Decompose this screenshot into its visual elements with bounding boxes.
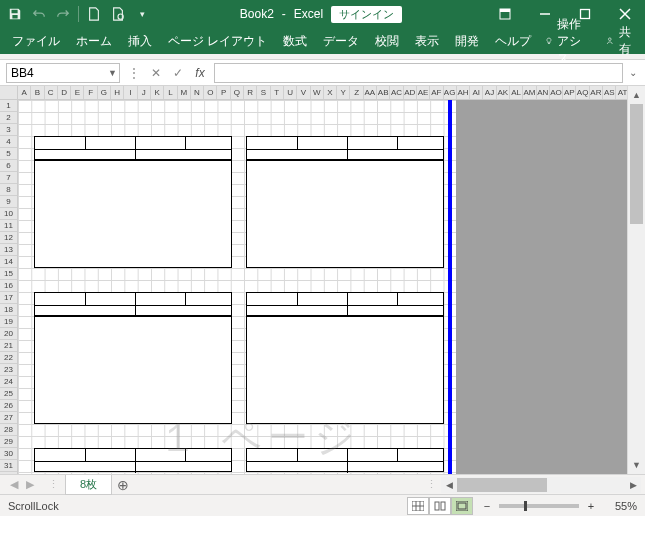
sheet-nav-more-icon[interactable]: ⋮ bbox=[44, 478, 63, 491]
sign-in-button[interactable]: サインイン bbox=[331, 6, 402, 23]
row-header[interactable]: 9 bbox=[0, 196, 17, 208]
undo-icon[interactable] bbox=[28, 3, 50, 25]
row-header[interactable]: 6 bbox=[0, 160, 17, 172]
vertical-scrollbar[interactable]: ▲ ▼ bbox=[627, 86, 645, 474]
formula-input[interactable] bbox=[214, 63, 623, 83]
column-header[interactable]: AL bbox=[510, 86, 523, 99]
row-header[interactable]: 11 bbox=[0, 220, 17, 232]
share-button[interactable]: 共有 bbox=[599, 24, 641, 58]
tell-me-button[interactable]: 操作アシス bbox=[539, 16, 597, 67]
name-box-dropdown-icon[interactable]: ▼ bbox=[108, 68, 117, 78]
column-header[interactable]: A bbox=[18, 86, 31, 99]
name-box[interactable]: BB4 ▼ bbox=[6, 63, 120, 83]
page-break-view-icon[interactable] bbox=[451, 497, 473, 515]
column-header[interactable]: AT bbox=[616, 86, 627, 99]
column-header[interactable]: AG bbox=[444, 86, 457, 99]
column-header[interactable]: AF bbox=[430, 86, 443, 99]
zoom-out-icon[interactable]: − bbox=[481, 500, 493, 512]
ribbon-display-icon[interactable] bbox=[485, 0, 525, 28]
row-header[interactable]: 2 bbox=[0, 112, 17, 124]
enter-icon[interactable]: ✓ bbox=[168, 63, 188, 83]
column-header[interactable]: W bbox=[311, 86, 324, 99]
scroll-down-icon[interactable]: ▼ bbox=[628, 456, 645, 474]
sheet-nav-next-icon[interactable]: ▶ bbox=[26, 478, 34, 491]
row-header[interactable]: 26 bbox=[0, 400, 17, 412]
row-headers[interactable]: 1234567891011121314151617181920212223242… bbox=[0, 100, 18, 474]
column-header[interactable]: AM bbox=[523, 86, 536, 99]
column-header[interactable]: G bbox=[98, 86, 111, 99]
column-header[interactable]: E bbox=[71, 86, 84, 99]
column-header[interactable]: D bbox=[58, 86, 71, 99]
zoom-in-icon[interactable]: + bbox=[585, 500, 597, 512]
page-break-line[interactable] bbox=[448, 100, 452, 474]
row-header[interactable]: 25 bbox=[0, 388, 17, 400]
row-header[interactable]: 16 bbox=[0, 280, 17, 292]
column-header[interactable]: Y bbox=[337, 86, 350, 99]
column-header[interactable]: AS bbox=[603, 86, 616, 99]
vscroll-track[interactable] bbox=[630, 104, 643, 456]
print-preview-icon[interactable] bbox=[107, 3, 129, 25]
column-headers[interactable]: ABCDEFGHIJKLMNOPQRSTUVWXYZAAABACADAEAFAG… bbox=[18, 86, 627, 100]
row-header[interactable]: 17 bbox=[0, 292, 17, 304]
cell-grid[interactable]: １ ページ bbox=[18, 100, 627, 474]
column-header[interactable]: M bbox=[178, 86, 191, 99]
horizontal-scrollbar[interactable]: ◀ ▶ bbox=[441, 477, 641, 493]
tab-formulas[interactable]: 数式 bbox=[275, 29, 315, 54]
column-header[interactable]: Z bbox=[350, 86, 363, 99]
zoom-slider[interactable] bbox=[499, 504, 579, 508]
normal-view-icon[interactable] bbox=[407, 497, 429, 515]
row-header[interactable]: 23 bbox=[0, 364, 17, 376]
tab-page-layout[interactable]: ページ レイアウト bbox=[160, 29, 275, 54]
column-header[interactable]: H bbox=[111, 86, 124, 99]
expand-formula-bar-icon[interactable]: ⌄ bbox=[627, 67, 639, 78]
column-header[interactable]: AD bbox=[404, 86, 417, 99]
column-header[interactable]: AO bbox=[550, 86, 563, 99]
row-header[interactable]: 29 bbox=[0, 436, 17, 448]
row-header[interactable]: 12 bbox=[0, 232, 17, 244]
column-header[interactable]: AE bbox=[417, 86, 430, 99]
tab-home[interactable]: ホーム bbox=[68, 29, 120, 54]
scroll-up-icon[interactable]: ▲ bbox=[628, 86, 645, 104]
row-header[interactable]: 13 bbox=[0, 244, 17, 256]
tab-file[interactable]: ファイル bbox=[4, 29, 68, 54]
column-header[interactable]: P bbox=[217, 86, 230, 99]
row-header[interactable]: 22 bbox=[0, 352, 17, 364]
vscroll-thumb[interactable] bbox=[630, 104, 643, 224]
column-header[interactable]: L bbox=[164, 86, 177, 99]
tab-developer[interactable]: 開発 bbox=[447, 29, 487, 54]
column-header[interactable]: R bbox=[244, 86, 257, 99]
scroll-right-icon[interactable]: ▶ bbox=[625, 477, 641, 493]
zoom-thumb[interactable] bbox=[524, 501, 527, 511]
sheet-tab-active[interactable]: 8枚 bbox=[65, 475, 112, 495]
tab-view[interactable]: 表示 bbox=[407, 29, 447, 54]
column-header[interactable]: AB bbox=[377, 86, 390, 99]
column-header[interactable]: S bbox=[257, 86, 270, 99]
scroll-left-icon[interactable]: ◀ bbox=[441, 477, 457, 493]
row-header[interactable]: 28 bbox=[0, 424, 17, 436]
column-header[interactable]: T bbox=[271, 86, 284, 99]
row-header[interactable]: 14 bbox=[0, 256, 17, 268]
tab-insert[interactable]: 挿入 bbox=[120, 29, 160, 54]
column-header[interactable]: I bbox=[124, 86, 137, 99]
column-header[interactable]: AJ bbox=[483, 86, 496, 99]
row-header[interactable]: 31 bbox=[0, 460, 17, 472]
sheet-nav-prev-icon[interactable]: ◀ bbox=[10, 478, 18, 491]
column-header[interactable]: X bbox=[324, 86, 337, 99]
select-all-triangle[interactable] bbox=[0, 86, 18, 100]
row-header[interactable]: 20 bbox=[0, 328, 17, 340]
row-header[interactable]: 15 bbox=[0, 268, 17, 280]
row-header[interactable]: 19 bbox=[0, 316, 17, 328]
row-header[interactable]: 18 bbox=[0, 304, 17, 316]
row-header[interactable]: 3 bbox=[0, 124, 17, 136]
hscroll-more-icon[interactable]: ⋮ bbox=[422, 478, 441, 491]
column-header[interactable]: AC bbox=[390, 86, 403, 99]
column-header[interactable]: C bbox=[45, 86, 58, 99]
redo-icon[interactable] bbox=[52, 3, 74, 25]
column-header[interactable]: AQ bbox=[576, 86, 589, 99]
column-header[interactable]: N bbox=[191, 86, 204, 99]
hscroll-thumb[interactable] bbox=[457, 478, 547, 492]
tab-help[interactable]: ヘルプ bbox=[487, 29, 539, 54]
cancel-icon[interactable]: ✕ bbox=[146, 63, 166, 83]
column-header[interactable]: AR bbox=[590, 86, 603, 99]
row-header[interactable]: 8 bbox=[0, 184, 17, 196]
